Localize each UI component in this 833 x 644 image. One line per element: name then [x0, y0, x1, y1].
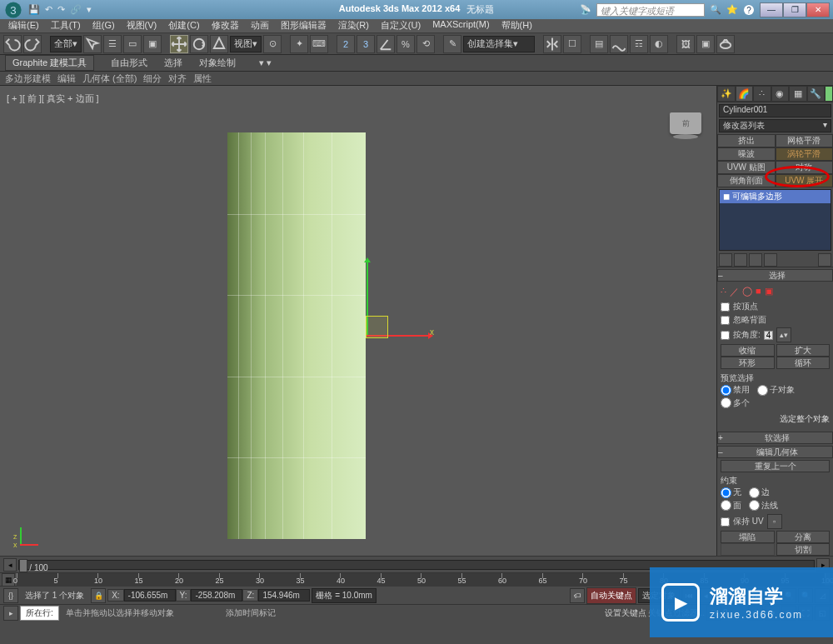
menu-animation[interactable]: 动画: [246, 19, 274, 32]
panel-tab-display[interactable]: ▦: [789, 86, 807, 102]
search-input[interactable]: 键入关键字或短语: [596, 3, 705, 17]
select-and-rotate-button[interactable]: [190, 35, 208, 53]
selection-scope-dropdown[interactable]: 全部 ▾: [50, 36, 82, 52]
redo-button[interactable]: [23, 35, 42, 53]
constraint-normal-radio[interactable]: [749, 500, 760, 511]
repeat-last-button[interactable]: 重复上一个: [721, 460, 830, 472]
qat-link-icon[interactable]: 🔗: [70, 4, 82, 15]
panel-tab-modify[interactable]: 🌈: [736, 86, 754, 102]
panel-tab-hierarchy[interactable]: ∴: [753, 86, 771, 102]
constraint-edge-radio[interactable]: [749, 487, 760, 498]
prompt-icon[interactable]: ▸: [3, 606, 18, 621]
ring-button[interactable]: 环形: [721, 357, 775, 369]
add-time-tag-button[interactable]: 添加时间标记: [226, 607, 276, 619]
align-button[interactable]: ☐: [563, 35, 581, 53]
subobj-edge-icon[interactable]: ／: [730, 286, 739, 298]
menu-tools[interactable]: 工具(T): [46, 19, 86, 32]
spinner-icon[interactable]: ▴▾: [776, 327, 791, 342]
render-production-button[interactable]: [716, 35, 735, 53]
remove-modifier-icon[interactable]: [764, 253, 777, 267]
select-region-rect-button[interactable]: ▭: [123, 35, 142, 53]
qat-save-icon[interactable]: 💾: [28, 4, 40, 15]
mod-btn-extrude[interactable]: 挤出: [717, 134, 776, 147]
time-tag-icon[interactable]: 🏷: [570, 588, 585, 603]
maximize-button[interactable]: ❐: [783, 2, 806, 17]
app-logo-icon[interactable]: 3: [3, 2, 23, 18]
panel-color-swatch[interactable]: [825, 86, 833, 102]
preview-multi-radio[interactable]: [721, 397, 731, 408]
curve-editor-button[interactable]: [610, 35, 628, 53]
show-end-result-icon[interactable]: [734, 253, 747, 267]
shrink-button[interactable]: 收缩: [721, 344, 775, 357]
layer-manager-button[interactable]: ▤: [590, 35, 608, 53]
mod-btn-uvwmap[interactable]: UVW 贴图: [717, 161, 776, 174]
qat-undo-icon[interactable]: ↶: [45, 4, 52, 15]
subobj-element-icon[interactable]: ▣: [765, 286, 773, 298]
by-angle-value-field[interactable]: [764, 331, 773, 340]
qat-dropdown-icon[interactable]: ▾: [87, 4, 92, 15]
schematic-view-button[interactable]: ☶: [630, 35, 648, 53]
panel-tab-create[interactable]: ✨: [717, 86, 736, 102]
rollout-selection-header[interactable]: –选择: [717, 269, 833, 282]
constraint-face-radio[interactable]: [721, 500, 731, 511]
menu-rendering[interactable]: 渲染(R): [333, 19, 374, 32]
autokey-button[interactable]: 自动关键点: [586, 587, 636, 604]
subr-properties[interactable]: 属性: [193, 72, 212, 85]
menu-modifiers[interactable]: 修改器: [207, 19, 244, 32]
viewport-label[interactable]: [ + ][ 前 ][ 真实 + 边面 ]: [7, 92, 99, 105]
use-pivot-center-button[interactable]: ⊙: [263, 35, 282, 53]
mod-btn-turbosmooth[interactable]: 涡轮平滑: [776, 147, 834, 161]
undo-button[interactable]: [3, 35, 22, 53]
ribbon-tab-selection[interactable]: 选择: [164, 57, 182, 69]
graphite-label[interactable]: Graphite 建模工具: [5, 55, 94, 71]
mod-btn-bevelprofile[interactable]: 倒角剖面: [717, 174, 776, 187]
preserve-uv-checkbox[interactable]: [721, 517, 730, 527]
select-and-scale-button[interactable]: [210, 35, 228, 53]
by-vertex-checkbox[interactable]: [721, 302, 730, 312]
constraint-none-radio[interactable]: [721, 487, 731, 498]
subobj-vertex-icon[interactable]: ∴: [721, 286, 726, 298]
rollout-editgeometry-header[interactable]: –编辑几何体: [717, 446, 833, 458]
slice-plane-button[interactable]: [721, 543, 775, 556]
viewcube[interactable]: 前: [670, 112, 701, 134]
lock-selection-icon[interactable]: 🔒: [91, 588, 106, 603]
ribbon-expand-icon[interactable]: ▾ ▾: [259, 57, 272, 68]
mod-btn-uvwunwrap[interactable]: UVW 展开: [776, 174, 834, 187]
preview-subobj-radio[interactable]: [757, 385, 768, 396]
snap-toggle-3d-button[interactable]: 3: [357, 35, 375, 53]
menu-customize[interactable]: 自定义(U): [376, 19, 426, 32]
named-selection-dropdown[interactable]: 创建选择集 ▾: [463, 36, 535, 52]
menu-group[interactable]: 组(G): [87, 19, 120, 32]
ref-coord-dropdown[interactable]: 视图 ▾: [230, 36, 262, 52]
mod-btn-noise[interactable]: 噪波: [717, 147, 776, 161]
qat-redo-icon[interactable]: ↷: [57, 4, 65, 15]
scene-object-cylinder[interactable]: [227, 132, 366, 539]
gizmo-plane-icon[interactable]: [366, 316, 388, 338]
coord-y-field[interactable]: -258.208m: [191, 589, 242, 602]
percent-snap-button[interactable]: %: [397, 35, 415, 53]
select-object-button[interactable]: [83, 35, 102, 53]
select-and-move-button[interactable]: [170, 35, 188, 53]
collapse-button[interactable]: 塌陷: [721, 531, 775, 543]
loop-button[interactable]: 循环: [776, 357, 831, 369]
select-by-name-button[interactable]: ☰: [103, 35, 122, 53]
infocenter-icon[interactable]: 📡: [580, 4, 591, 15]
modifier-stack-item[interactable]: ◼ 可编辑多边形: [720, 190, 831, 203]
mirror-button[interactable]: [543, 35, 561, 53]
coord-z-field[interactable]: 154.946m: [258, 589, 310, 602]
preview-off-radio[interactable]: [721, 385, 731, 396]
window-crossing-button[interactable]: ▣: [143, 35, 162, 53]
grow-button[interactable]: 扩大: [776, 344, 831, 357]
coord-x-field[interactable]: -106.655m: [124, 589, 176, 602]
keyboard-shortcut-override-button[interactable]: ⌨: [310, 35, 328, 53]
subr-polymodel[interactable]: 多边形建模: [5, 72, 51, 85]
panel-tab-motion[interactable]: ◉: [771, 86, 790, 102]
edit-named-selection-button[interactable]: ✎: [443, 35, 461, 53]
subobj-border-icon[interactable]: ◯: [742, 286, 752, 298]
by-angle-checkbox[interactable]: [721, 331, 730, 340]
pin-stack-icon[interactable]: [719, 253, 732, 267]
object-name-field[interactable]: Cylinder001: [719, 104, 831, 117]
preserve-uv-settings-icon[interactable]: ▫: [767, 514, 782, 529]
rendered-frame-window-button[interactable]: ▣: [696, 35, 715, 53]
help-icon[interactable]: ?: [743, 4, 755, 16]
